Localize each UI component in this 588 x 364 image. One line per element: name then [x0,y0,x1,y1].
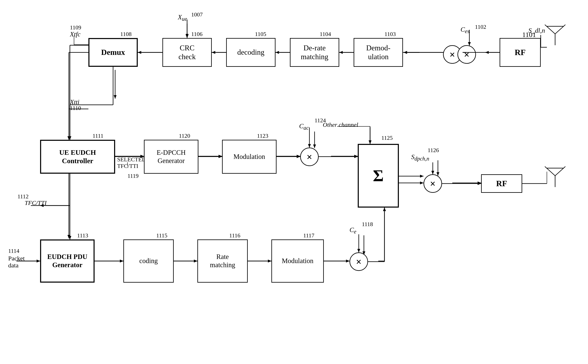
svg-marker-56 [383,208,386,211]
svg-marker-112 [346,260,350,262]
svg-marker-94 [420,175,424,178]
svg-line-62 [555,25,565,34]
crc-ref: 1106 [191,31,203,37]
mult-sdpch: × [424,174,442,193]
tfc-tti-label: TFC/TTI [25,199,47,206]
coding-ref: 1115 [156,232,167,239]
modulation-top-ref: 1123 [257,133,268,139]
demux-block: Demux [88,38,138,67]
ce-ref: 1118 [362,221,373,228]
xtfc-label: Xtfc [70,30,81,38]
svg-line-66 [555,167,565,176]
edpcch-ref: 1120 [179,133,190,139]
svg-marker-125 [212,51,215,54]
svg-marker-102 [68,236,71,240]
svg-marker-92 [369,140,372,144]
sdpch-ref: 1126 [428,147,439,154]
modulation-bottom-ref: 1117 [303,232,314,239]
svg-marker-32 [369,140,372,144]
svg-marker-24 [219,155,222,158]
svg-marker-110 [268,260,271,262]
rate-matching-block: Ratematching [197,240,248,283]
selected-ref: 1119 [127,173,138,179]
derate-ref: 1104 [320,31,331,37]
decoding-ref: 1105 [255,31,266,37]
svg-marker-106 [120,260,123,262]
crc-check-block: CRCcheck [163,38,212,67]
edpcch-block: E-DPCCHGenerator [144,140,198,174]
svg-marker-12 [186,34,189,38]
svg-marker-40 [67,235,70,238]
modulation-top-block: Modulation [222,140,276,174]
xue-ref: 1007 [191,11,203,18]
svg-marker-47 [194,260,197,262]
svg-line-65 [545,167,555,176]
svg-marker-136 [404,51,407,54]
svg-marker-119 [219,155,222,158]
svg-marker-127 [138,51,141,54]
ue-controller-block: UE EUDCHController [40,140,115,174]
ue-controller-ref: 1111 [92,133,103,139]
selected-tfc-label: SELECTEDTFC/TTI [117,156,146,169]
svg-marker-14 [114,95,117,99]
mult-ce: × [350,252,368,271]
packet-ref: 1114 [8,248,19,254]
packet-data-label: Packetdata [8,255,25,269]
eudch-pdu-block: EUDCH PDUGenerator [40,240,95,283]
xue-label: Xue [178,13,187,22]
rf-bottom-block: RF [481,174,522,193]
rf-top-block: RF [500,38,541,67]
demodulation-block: Demod-ulation [354,38,403,67]
svg-marker-26 [297,155,300,158]
svg-marker-18 [67,136,70,140]
svg-marker-79 [68,136,71,140]
svg-marker-121 [404,51,407,54]
tfc-ref: 1112 [18,193,29,200]
svg-marker-59 [186,34,189,37]
ces-label: Ces [461,26,470,34]
svg-marker-34 [420,182,424,184]
svg-marker-104 [37,260,40,262]
svg-marker-8 [468,42,471,46]
sdpch-label: Sdpch,n [411,153,429,162]
svg-marker-51 [346,260,350,262]
xtfc-ref: 1109 [70,24,81,31]
svg-marker-131 [404,51,407,54]
coding-block: coding [123,240,174,283]
svg-marker-123 [275,51,279,54]
svg-marker-28 [313,144,316,148]
modulation-bottom-block: Modulation [271,240,324,283]
svg-marker-108 [194,260,197,262]
sum-ref: 1125 [381,135,393,141]
svg-marker-49 [268,260,271,262]
svg-line-61 [545,25,555,34]
svg-marker-87 [308,144,311,148]
ce-label: Ce [350,226,356,235]
decoding-block: decoding [226,38,275,67]
svg-marker-133 [485,51,489,54]
ces-ref: 1102 [475,24,486,30]
other-channel-label: Other channel [323,121,358,128]
svg-marker-89 [354,155,358,158]
demod-ref: 1103 [385,31,396,37]
svg-marker-96 [431,171,434,174]
eudch-pdu-ref: 1113 [77,232,88,239]
svg-marker-45 [120,260,123,262]
svg-marker-98 [477,182,481,185]
xtti-ref: 1110 [70,105,81,111]
svg-marker-114 [357,249,360,252]
svg-marker-129 [339,51,343,54]
svg-marker-38 [477,182,481,184]
svg-marker-43 [37,260,40,262]
cac-label: Cac [299,122,309,131]
svg-marker-30 [354,155,358,158]
mult-cac: × [300,148,319,166]
rate-ref: 1116 [229,232,240,239]
sdl-label: S_dl,n [528,27,545,34]
mult-top-left: × [457,45,476,64]
svg-marker-117 [383,208,386,211]
demux-ref: 1108 [120,31,131,37]
sum-block: Σ [358,144,399,208]
svg-marker-85 [297,155,300,158]
derate-matching-block: De-ratematching [290,38,339,67]
